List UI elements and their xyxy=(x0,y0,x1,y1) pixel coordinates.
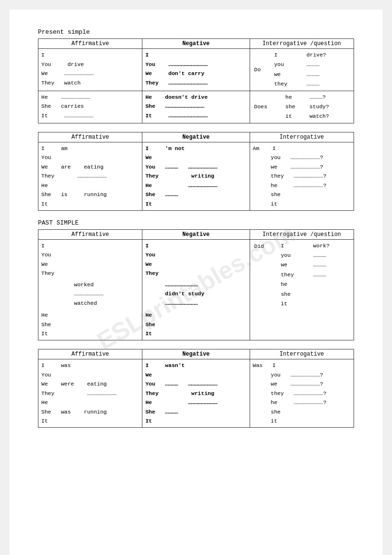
past-simple-table: Affirmative Negative Interrogative /ques… xyxy=(38,229,354,340)
header-negative-2: Negative xyxy=(142,132,250,142)
pastc-neg: I wasn't We You ………… ……………………… They writ… xyxy=(142,359,250,428)
pc-aff: I am You We are eating They ……………………… He… xyxy=(38,142,142,210)
header-affirmative-1: Affirmative xyxy=(38,39,142,49)
pst-aff: I You We They worked ……………………… watched H… xyxy=(38,239,142,340)
present-simple-table: Affirmative Negative Interrogative /ques… xyxy=(38,38,354,123)
ps-aff-group2: He ……………………… She carries It ……………………… xyxy=(38,91,142,123)
ps-neg-group2: He doesn't drive She ……………………………… It ………… xyxy=(142,91,250,123)
pc-int: Am I you ………………………? we ………………………? they …… xyxy=(250,142,354,210)
ps-neg-group1: I You ……………………………… We don't carry They …… xyxy=(142,49,250,91)
header-negative-1: Negative xyxy=(142,39,250,49)
ps-int-group1: Do I drive? you ………… we ………… xyxy=(250,49,354,91)
pst-int: Did I work? you ………… we ………… xyxy=(250,239,354,340)
header-negative-3: Negative xyxy=(142,229,250,239)
header-affirmative-2: Affirmative xyxy=(38,132,142,142)
header-negative-4: Negative xyxy=(142,349,250,359)
pst-neg: I You We They ………………………… didn't study ……… xyxy=(142,239,250,340)
present-continuous-table: Affirmative Negative Interrogative I am … xyxy=(38,132,354,211)
ps-aff-group1: I You drive We ……………………… They watch xyxy=(38,49,142,91)
page: ESLprintables.com Present simple Affirma… xyxy=(9,9,383,555)
past-simple-title: PAST SIMPLE xyxy=(38,219,354,226)
pastc-aff: I was You We were eating They ……………………… … xyxy=(38,359,142,428)
pastc-int: Was I you ………………………? we ………………………? they … xyxy=(250,359,354,428)
ps-int-group2: Does he …………? she study? it watch? xyxy=(250,91,354,123)
header-affirmative-3: Affirmative xyxy=(38,229,142,239)
header-interrogative-2: Interrogative xyxy=(250,132,354,142)
past-continuous-table: Affirmative Negative Interrogative I was… xyxy=(38,349,354,428)
header-affirmative-4: Affirmative xyxy=(38,349,142,359)
present-simple-title: Present simple xyxy=(38,28,354,36)
header-interrogative-1: Interrogative /question xyxy=(250,39,354,49)
header-interrogative-3: Interrogative /question xyxy=(250,229,354,239)
pc-neg: I 'm not We You ………… ……………………… They writ… xyxy=(142,142,250,210)
header-interrogative-4: Interrogative xyxy=(250,349,354,359)
